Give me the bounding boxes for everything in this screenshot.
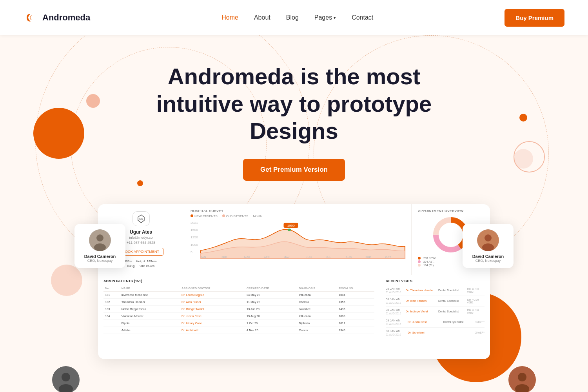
svg-text:5: 5 [191, 251, 192, 254]
nav-blog[interactable]: Blog [286, 14, 299, 21]
profile-phone: +11 987 654 4528 [127, 241, 155, 245]
col-name: NAME [120, 285, 180, 292]
bottom-avatar-right: David Cameron [504, 366, 541, 392]
patients-table: No. NAME ASSIGNED DOCTOR CREATED DATE DI… [103, 285, 374, 334]
dashboard-card: UR Ugur Ates info@medyr.co +11 987 654 4… [98, 204, 490, 359]
hospital-survey-chart: HOSPITAL SURVEY NEW PATIENTS OLD PATIENT… [184, 204, 412, 275]
svg-text:MAY: MAY [284, 256, 290, 258]
logo-text: Andromeda [42, 13, 90, 23]
svg-text:1250: 1250 [191, 236, 198, 239]
visits-list: 08 JAN AM01 AUG 2010 Dr. Theodora Handle… [386, 285, 485, 338]
svg-text:MAR: MAR [244, 256, 250, 258]
visit-item: 08 JAN AM01 AUG 2015 Dr. Justin Case Den… [386, 317, 485, 328]
avatar-name-right: David Cameron [472, 254, 504, 259]
hero-section: Andromeda is the most intuitive way to p… [0, 35, 588, 392]
hero-title: Andromeda is the most intuitive way to p… [137, 63, 451, 145]
avatar-card-left: David Cameron CEO, Nexuspay [74, 224, 125, 268]
avatar-card-right: David Cameron CEO, Nexuspay [463, 224, 514, 268]
avatar-image-right [477, 229, 499, 251]
profile-stats: BPm Height: 185cm [125, 260, 157, 263]
table-row: 104 Valentino Mercer Dr. Justin Case 19 … [103, 312, 374, 319]
svg-point-15 [288, 229, 291, 231]
navbar: Andromeda Home About Blog Pages ▾ Contac… [0, 0, 588, 35]
buy-premium-button[interactable]: Buy Premium [505, 9, 564, 27]
logo: Andromeda [24, 12, 90, 23]
profile-email: info@medyr.co [129, 236, 152, 240]
avatar-name-left: David Cameron [84, 254, 116, 259]
recent-visits: RECENT VISITS 08 JAN AM01 AUG 2010 Dr. T… [380, 275, 490, 359]
admin-patients-table: ADMIN PATIENTS (151) No. NAME ASSIGNED D… [98, 275, 380, 359]
nav-pages[interactable]: Pages ▾ [314, 14, 336, 21]
col-date: CREATED DATE [245, 285, 297, 292]
visit-item: 08 JAN AM01 AUG 2010 Dr. Theodora Handle… [386, 285, 485, 296]
svg-text:FEB: FEB [221, 256, 227, 258]
table-row: 102 Theodora Handler Dr. Alan Fraser 11 … [103, 298, 374, 305]
table-title: ADMIN PATIENTS (151) [103, 279, 374, 283]
donut-title: APPOINTMENT OVERVIEW [418, 209, 484, 213]
svg-point-30 [62, 373, 70, 381]
nav-links: Home About Blog Pages ▾ Contact [221, 14, 373, 21]
col-no: No. [103, 285, 120, 292]
col-doctor: ASSIGNED DOCTOR [180, 285, 245, 292]
avatar-role-right: CEO, Nexuspay [475, 259, 501, 263]
svg-text:2021: 2021 [191, 221, 198, 224]
svg-text:JUN: JUN [306, 256, 312, 258]
svg-point-4 [485, 234, 492, 241]
chart-svg: 2021 1500 1250 1000 5 1900 [191, 220, 405, 259]
table-row: Adisha Dr. Archibald 4 Nov 20 Cancer 134… [103, 327, 374, 334]
table-row: Pippin Dr. Hillary Case 1 Oct 20 Dipheri… [103, 319, 374, 327]
svg-text:SEP: SEP [365, 256, 371, 258]
profile-name: Ugur Ates [130, 229, 152, 235]
dashboard-preview: David Cameron CEO, Nexuspay David Camero… [98, 204, 490, 359]
chevron-down-icon: ▾ [334, 15, 336, 20]
visit-item: 08 JAN AM01 AUG 2016 Dr. Schnhkel 2heEP* [386, 328, 485, 338]
visit-item: 08 JAN AM01 AUG 2015 Dr. Indingo Violet … [386, 307, 485, 317]
visit-item: 08 JAN AM01 AUG 2013 Dr. Alan Fansen Den… [386, 296, 485, 307]
svg-text:1000: 1000 [191, 243, 198, 247]
col-diagnosis: DIAGNOSIS [297, 285, 337, 292]
svg-text:OCT: OCT [385, 256, 391, 258]
avatar-image-left [89, 229, 111, 251]
svg-point-2 [94, 243, 106, 251]
get-premium-button[interactable]: Get Premium Version [243, 159, 345, 181]
hero-content: Andromeda is the most intuitive way to p… [24, 63, 564, 204]
chart-legend: NEW PATIENTS OLD PATIENTS Month [191, 214, 405, 218]
profile-logo: UR [132, 211, 150, 226]
svg-point-1 [96, 234, 103, 241]
dashboard-bottom: ADMIN PATIENTS (151) No. NAME ASSIGNED D… [98, 275, 490, 359]
avatar-role-left: CEO, Nexuspay [87, 259, 113, 263]
visits-title: RECENT VISITS [386, 279, 485, 283]
nav-home[interactable]: Home [221, 14, 238, 21]
profile-stats-2: 84Kg Fab: 15.4% [127, 264, 155, 268]
nav-about[interactable]: About [254, 14, 270, 21]
deco-pink-bottom-left [51, 265, 82, 296]
svg-text:APR: APR [264, 256, 270, 258]
svg-text:AUG: AUG [346, 256, 352, 258]
table-row: 103 Nolan Reppertseur Dr. Bridget Nadel … [103, 305, 374, 312]
svg-text:1500: 1500 [191, 229, 198, 232]
col-room: ROOM NO. [337, 285, 374, 292]
logo-icon [24, 12, 38, 23]
chart-title: HOSPITAL SURVEY [191, 209, 405, 213]
svg-text:JAN: JAN [201, 256, 206, 258]
dashboard-top: UR Ugur Ates info@medyr.co +11 987 654 4… [98, 204, 490, 275]
bottom-avatar-left: David Cameron [47, 366, 84, 392]
svg-text:UR: UR [139, 218, 143, 220]
svg-text:JUL: JUL [326, 256, 331, 258]
svg-point-5 [482, 243, 494, 251]
nav-contact[interactable]: Contact [352, 14, 373, 21]
table-row: 101 Inverness McKenzie Dr. Loren Bogisic… [103, 291, 374, 298]
svg-point-33 [518, 373, 526, 381]
svg-text:1900: 1900 [287, 224, 295, 227]
